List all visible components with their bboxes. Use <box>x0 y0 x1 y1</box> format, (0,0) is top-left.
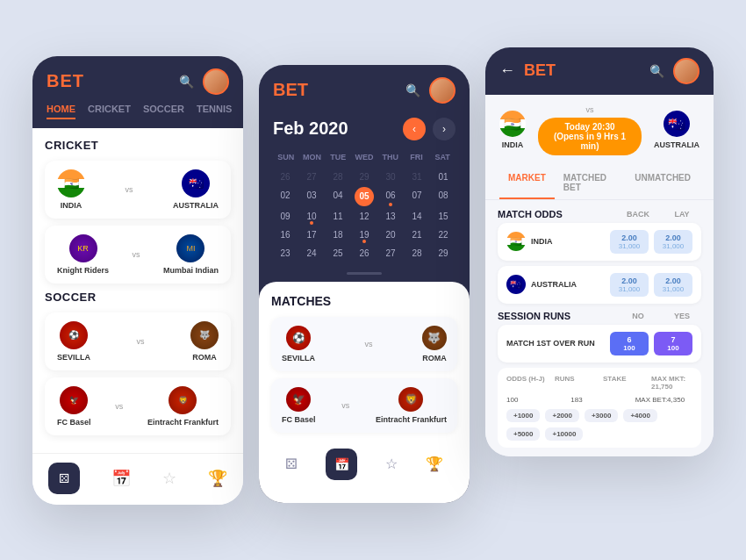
p2-match-basel-frankfurt[interactable]: 🦅 FC Basel vs 🦁 Eintracht Frankfurt <box>271 378 457 433</box>
odds-india-back[interactable]: 2.00 31,000 <box>610 230 649 254</box>
session-yes-val[interactable]: 7 100 <box>654 332 692 355</box>
cal-day-21[interactable]: 21 <box>405 226 429 243</box>
chip-5000[interactable]: +5000 <box>506 427 540 441</box>
team-fcbasel: 🦅 FC Basel <box>57 386 91 427</box>
search-icon-3[interactable]: 🔍 <box>649 64 664 78</box>
p3-india-flag: 🇮🇳 <box>499 111 526 137</box>
bottom-nav-dice[interactable]: ⚄ <box>48 463 80 494</box>
odds-aus-flag: 🇦🇺 <box>506 275 526 294</box>
team-frankfurt: 🦁 Eintracht Frankfurt <box>147 386 219 427</box>
next-month-button[interactable]: › <box>433 118 455 140</box>
cal-day-28[interactable]: 28 <box>405 245 429 262</box>
nav-cricket[interactable]: CRICKET <box>88 104 131 119</box>
nav-home[interactable]: HOME <box>47 104 75 119</box>
p2-bottom-calendar[interactable]: 📅 <box>326 449 357 480</box>
cal-day-05-today[interactable]: 05 <box>355 187 374 206</box>
cal-day-04[interactable]: 04 <box>326 187 350 206</box>
day-thu: THU <box>377 151 404 163</box>
p2-fcbasel-logo: 🦅 <box>286 387 311 412</box>
p2-bottom-star[interactable]: ☆ <box>385 456 398 472</box>
match-india-australia[interactable]: 🇮🇳 INDIA vs 🇦🇺 AUSTRALIA <box>45 161 231 219</box>
odds-india-row: 🇮🇳 INDIA 2.00 31,000 2.00 31,000 <box>498 223 701 261</box>
p2-roma: 🐺 ROMA <box>422 326 447 363</box>
cal-day-18[interactable]: 18 <box>326 226 350 243</box>
cal-day-15[interactable]: 15 <box>431 208 455 225</box>
cal-day-24[interactable]: 24 <box>299 245 324 262</box>
cal-day-10[interactable]: 10 <box>299 208 324 225</box>
cal-day-20[interactable]: 20 <box>378 226 403 243</box>
calendar-nav-arrows: ‹ › <box>403 118 455 140</box>
cal-day-07[interactable]: 07 <box>405 187 429 206</box>
odds-aus-back[interactable]: 2.00 31,000 <box>610 273 649 297</box>
cal-day-16[interactable]: 16 <box>273 226 298 243</box>
cal-day-08[interactable]: 08 <box>431 187 455 206</box>
avatar-3[interactable] <box>673 58 699 84</box>
p2-bottom-trophy[interactable]: 🏆 <box>426 456 443 472</box>
chip-3000[interactable]: +3000 <box>585 409 618 422</box>
cal-day-26-prev[interactable]: 26 <box>273 169 298 185</box>
back-button[interactable]: ← <box>499 61 515 80</box>
bottom-nav-star[interactable]: ☆ <box>162 469 176 488</box>
odds-india-lay[interactable]: 2.00 31,000 <box>654 230 692 254</box>
p2-vs-1: vs <box>365 340 373 348</box>
p2-frankfurt-name: Eintracht Frankfurt <box>376 415 447 424</box>
odds-aus-lay[interactable]: 2.00 31,000 <box>654 273 692 297</box>
matches-title: MATCHES <box>271 294 457 308</box>
india-lay-val: 2.00 <box>656 233 691 242</box>
cal-day-03[interactable]: 03 <box>299 187 324 206</box>
mi-logo: MI <box>176 234 204 262</box>
chip-10000[interactable]: +10000 <box>545 427 583 441</box>
avatar[interactable] <box>203 68 229 95</box>
cal-day-31-prev[interactable]: 31 <box>405 169 429 185</box>
p2-bottom-dice[interactable]: ⚄ <box>285 456 298 472</box>
cal-day-30-prev[interactable]: 30 <box>378 169 403 185</box>
calendar-days: 26 27 28 29 30 31 01 02 03 04 05 06 07 0… <box>273 169 455 262</box>
cal-day-17[interactable]: 17 <box>299 226 324 243</box>
cal-day-27[interactable]: 27 <box>378 245 403 262</box>
odds-india-flag: 🇮🇳 <box>506 232 526 251</box>
cal-day-25[interactable]: 25 <box>326 245 350 262</box>
match-sevilla-roma[interactable]: ⚽ SEVILLA vs 🐺 ROMA <box>45 312 231 370</box>
cal-day-19[interactable]: 19 <box>352 226 377 243</box>
cal-day-02[interactable]: 02 <box>273 187 298 206</box>
odds-australia-row: 🇦🇺 AUSTRALIA 2.00 31,000 2.00 31,000 <box>498 266 701 304</box>
cal-day-23[interactable]: 23 <box>273 245 298 262</box>
cal-day-22[interactable]: 22 <box>431 226 455 243</box>
tab-unmatched[interactable]: UNMATCHED <box>626 166 699 199</box>
session-no-sub: 100 <box>612 344 647 352</box>
nav-tennis[interactable]: TENNIS <box>197 104 232 119</box>
chip-2000[interactable]: +2000 <box>545 409 578 422</box>
cal-day-09[interactable]: 09 <box>273 208 298 225</box>
cal-day-13[interactable]: 13 <box>378 208 403 225</box>
chip-4000[interactable]: +4000 <box>623 409 656 422</box>
cal-day-29[interactable]: 29 <box>431 245 455 262</box>
search-icon-2[interactable]: 🔍 <box>405 83 420 97</box>
cal-day-01[interactable]: 01 <box>431 169 455 185</box>
cal-day-26[interactable]: 26 <box>352 245 377 262</box>
cal-day-06[interactable]: 06 <box>378 187 403 206</box>
match-basel-frankfurt[interactable]: 🦅 FC Basel vs 🦁 Eintracht Frankfurt <box>45 377 231 435</box>
cal-day-14[interactable]: 14 <box>405 208 429 225</box>
session-no-val[interactable]: 6 100 <box>610 332 649 355</box>
cal-day-27-prev[interactable]: 27 <box>299 169 324 185</box>
cal-day-11[interactable]: 11 <box>326 208 350 225</box>
cal-day-29-prev[interactable]: 29 <box>352 169 377 185</box>
p2-match-sevilla-roma[interactable]: ⚽ SEVILLA vs 🐺 ROMA <box>271 317 457 371</box>
nav-soccer[interactable]: SOCCER <box>143 104 184 119</box>
chip-1000[interactable]: +1000 <box>506 409 540 422</box>
cal-day-28-prev[interactable]: 28 <box>326 169 350 185</box>
vs-label-2: vs <box>133 250 140 259</box>
cal-day-12[interactable]: 12 <box>352 208 377 225</box>
bottom-nav-trophy[interactable]: 🏆 <box>208 469 227 488</box>
prev-month-button[interactable]: ‹ <box>403 118 426 140</box>
search-icon[interactable]: 🔍 <box>179 75 194 89</box>
day-tue: TUE <box>325 151 351 163</box>
no-col-label: NO <box>619 312 657 320</box>
bottom-nav-calendar[interactable]: 📅 <box>111 469 131 488</box>
avatar-2[interactable] <box>429 77 455 104</box>
india-name: INDIA <box>61 201 82 210</box>
match-kr-mi[interactable]: KR Knight Riders vs MI Mumbai Indian <box>45 226 231 284</box>
phone2-logo: BET <box>273 80 308 100</box>
tab-market[interactable]: MARKET <box>499 166 555 199</box>
tab-matched-bet[interactable]: MATCHED BET <box>555 166 627 199</box>
